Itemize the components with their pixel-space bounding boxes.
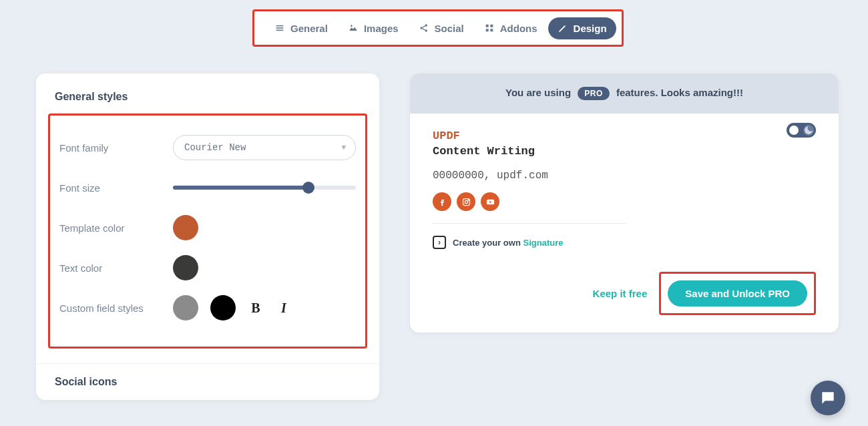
text-color-label: Text color bbox=[59, 262, 173, 274]
custom-fg-swatch[interactable] bbox=[210, 295, 236, 321]
signature-name: UPDF bbox=[433, 130, 816, 142]
tab-label: General bbox=[290, 23, 328, 34]
font-size-slider[interactable] bbox=[173, 186, 356, 190]
custom-field-row: Custom field styles B I bbox=[59, 288, 356, 328]
cta-chevron-icon: › bbox=[433, 236, 446, 249]
tab-design[interactable]: Design bbox=[548, 17, 616, 39]
signature-contact: 00000000, updf.com bbox=[433, 170, 816, 182]
menu-icon bbox=[274, 23, 285, 33]
banner-suffix: features. Looks amazing!!! bbox=[616, 87, 743, 98]
grid-icon bbox=[484, 23, 495, 33]
font-family-select[interactable]: Courier New ▼ bbox=[173, 135, 356, 160]
template-color-row: Template color bbox=[59, 208, 356, 248]
signature-phone: 00000000 bbox=[433, 170, 484, 182]
keep-it-free-link[interactable]: Keep it free bbox=[593, 288, 648, 299]
svg-rect-7 bbox=[485, 25, 488, 27]
svg-point-12 bbox=[465, 200, 467, 203]
svg-point-13 bbox=[468, 199, 469, 200]
preview-actions: Keep it free Save and Unlock PRO bbox=[410, 265, 839, 333]
signature-title: Content Writing bbox=[433, 145, 816, 158]
custom-bg-swatch[interactable] bbox=[173, 295, 198, 321]
banner-prefix: You are using bbox=[505, 87, 571, 98]
image-icon bbox=[348, 23, 359, 33]
tab-addons[interactable]: Addons bbox=[475, 17, 547, 39]
custom-field-label: Custom field styles bbox=[59, 302, 173, 314]
general-styles-panel: General styles Font family Courier New ▼… bbox=[36, 73, 379, 400]
text-color-row: Text color bbox=[59, 248, 356, 288]
italic-toggle[interactable]: I bbox=[276, 300, 292, 316]
cta-link: Signature bbox=[523, 238, 563, 248]
tab-label: Design bbox=[574, 23, 607, 34]
font-family-value: Courier New bbox=[184, 142, 246, 153]
chevron-down-icon: ▼ bbox=[341, 144, 346, 152]
dark-mode-toggle[interactable] bbox=[787, 123, 816, 138]
youtube-icon[interactable] bbox=[481, 192, 499, 211]
pencil-icon bbox=[558, 23, 568, 33]
panel-title: General styles bbox=[55, 91, 361, 103]
sun-icon bbox=[789, 126, 799, 135]
cta-prefix: Create your own bbox=[453, 238, 521, 248]
tab-general[interactable]: General bbox=[265, 17, 337, 39]
bold-toggle[interactable]: B bbox=[248, 300, 264, 316]
font-size-row: Font size bbox=[59, 168, 356, 208]
svg-rect-9 bbox=[485, 29, 488, 31]
signature-site: updf.com bbox=[497, 170, 548, 182]
tab-label: Addons bbox=[500, 23, 537, 34]
font-family-row: Font family Courier New ▼ bbox=[59, 128, 356, 168]
signature-divider bbox=[433, 223, 626, 224]
template-color-label: Template color bbox=[59, 222, 173, 234]
signature-cta[interactable]: › Create your own Signature bbox=[433, 236, 816, 249]
pro-badge: PRO bbox=[578, 87, 610, 100]
tab-social[interactable]: Social bbox=[409, 17, 473, 39]
save-unlock-pro-button[interactable]: Save and Unlock PRO bbox=[668, 280, 807, 306]
signature-socials bbox=[433, 192, 816, 211]
preview-panel: You are using PRO features. Looks amazin… bbox=[410, 73, 839, 333]
text-color-swatch[interactable] bbox=[173, 255, 198, 280]
styles-highlight-box: Font family Courier New ▼ Font size Temp… bbox=[48, 114, 367, 349]
font-family-label: Font family bbox=[59, 142, 173, 154]
tab-images[interactable]: Images bbox=[339, 17, 408, 39]
moon-icon bbox=[803, 125, 814, 136]
svg-rect-8 bbox=[490, 25, 493, 27]
chat-button[interactable] bbox=[811, 381, 845, 415]
pro-banner: You are using PRO features. Looks amazin… bbox=[410, 73, 839, 114]
facebook-icon[interactable] bbox=[433, 192, 451, 211]
instagram-icon[interactable] bbox=[457, 192, 475, 211]
svg-rect-10 bbox=[490, 29, 493, 31]
slider-knob[interactable] bbox=[302, 182, 314, 194]
section-divider bbox=[36, 363, 379, 364]
signature-preview: UPDF Content Writing 00000000, updf.com … bbox=[410, 114, 839, 265]
save-highlight-box: Save and Unlock PRO bbox=[659, 272, 816, 315]
tabs-bar: General Images Social Addons Design bbox=[261, 15, 615, 41]
font-size-label: Font size bbox=[59, 182, 173, 194]
share-icon bbox=[419, 23, 429, 33]
tab-label: Social bbox=[435, 23, 464, 34]
tab-label: Images bbox=[364, 23, 399, 34]
tabs-highlight-box: General Images Social Addons Design bbox=[252, 9, 624, 47]
slider-fill bbox=[173, 186, 308, 190]
template-color-swatch[interactable] bbox=[173, 215, 198, 240]
svg-point-3 bbox=[351, 25, 353, 27]
social-icons-title: Social icons bbox=[55, 376, 361, 388]
